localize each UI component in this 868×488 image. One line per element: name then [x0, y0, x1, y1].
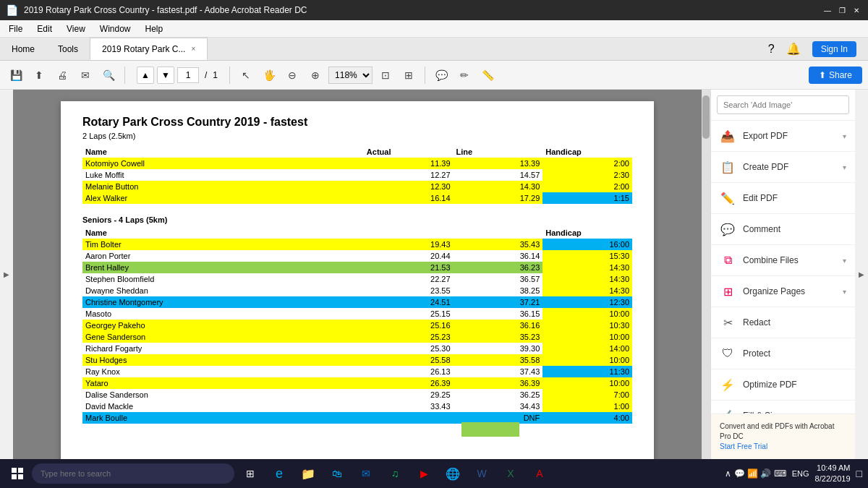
cell-handicap: 14:00 — [542, 343, 632, 354]
right-panel-export-pdf[interactable]: 📤 Export PDF ▾ — [711, 121, 855, 152]
right-panel-protect[interactable]: 🛡 Protect — [711, 338, 855, 369]
right-panel-optimize-pdf[interactable]: ⚡ Optimize PDF — [711, 369, 855, 401]
menu-file[interactable]: File — [6, 22, 25, 35]
right-panel-search — [711, 90, 855, 121]
cell-actual: 25.30 — [364, 343, 454, 354]
start-free-trial-link[interactable]: Start Free Trial — [720, 442, 767, 450]
taskbar-search-input[interactable] — [32, 463, 234, 484]
right-panel-combine-files[interactable]: ⧉ Combine Files ▾ — [711, 245, 855, 276]
task-view-button[interactable]: ⊞ — [237, 461, 263, 487]
cell-actual: 19.43 — [364, 239, 454, 250]
word-icon[interactable]: W — [469, 461, 495, 487]
add-image-search-input[interactable] — [717, 95, 849, 114]
acrobat-icon[interactable]: A — [527, 461, 553, 487]
taskbar-right: ∧ 💬 📶 🔊 ⌨ ENG 10:49 AM 8/22/2019 □ — [725, 463, 862, 485]
table-row: Aaron Porter 20.44 36.14 15:30 — [82, 250, 632, 262]
right-panel-comment[interactable]: 💬 Comment — [711, 214, 855, 245]
sign-in-button[interactable]: Sign In — [812, 41, 856, 57]
col-header-actual: Actual — [364, 146, 454, 158]
cell-name: Mark Boulle — [82, 412, 364, 424]
hand-tool-button[interactable]: 🖐 — [259, 65, 279, 85]
tab-tools[interactable]: Tools — [46, 38, 90, 60]
page-number-input[interactable] — [177, 67, 199, 83]
cell-name: Kotomiyo Cowell — [82, 158, 364, 169]
cell-actual: 29.25 — [364, 389, 454, 401]
cell-line: 35.43 — [454, 239, 543, 250]
menu-view[interactable]: View — [64, 22, 88, 35]
notification-area[interactable]: □ — [856, 468, 862, 479]
cell-actual: 25.23 — [364, 331, 454, 343]
measure-tool-button[interactable]: 📏 — [477, 65, 498, 85]
cursor-tool-button[interactable]: ↖ — [236, 65, 256, 85]
table-row: Luke Moffit 12.27 14.57 2:30 — [82, 169, 632, 181]
menu-edit[interactable]: Edit — [34, 22, 55, 35]
pdf-viewer[interactable]: Rotary Park Cross Country 2019 - fastest… — [13, 90, 702, 459]
cell-handicap: 16:00 — [542, 239, 632, 250]
share-button[interactable]: ⬆ Share — [809, 67, 862, 84]
zoom-out-button[interactable]: ⊖ — [282, 65, 302, 85]
cell-handicap: 7:00 — [542, 389, 632, 401]
zoom-select[interactable]: 118% 100% 75% 150% — [328, 67, 373, 84]
seniors-col-actual — [364, 227, 454, 239]
file-explorer-icon[interactable]: 📁 — [295, 461, 321, 487]
table-row: Melanie Button 12.30 14.30 2:00 — [82, 181, 632, 192]
minimize-button[interactable]: — — [822, 4, 833, 16]
menu-help[interactable]: Help — [142, 22, 166, 35]
cell-line: 36.25 — [454, 389, 543, 401]
edge-browser-icon[interactable]: e — [266, 461, 292, 487]
help-icon[interactable]: ? — [768, 43, 775, 56]
media-icon[interactable]: ▶ — [411, 461, 437, 487]
notification-icon[interactable]: 🔔 — [786, 42, 801, 56]
toolbar: 💾 ⬆ 🖨 ✉ 🔍 ▲ ▼ / 1 ↖ 🖐 ⊖ ⊕ 118% 100% 75% … — [0, 61, 868, 90]
chrome-icon[interactable]: 🌐 — [440, 461, 466, 487]
store-icon[interactable]: 🛍 — [324, 461, 350, 487]
right-panel-fill-sign[interactable]: ✍ Fill & Sign — [711, 401, 855, 414]
cell-actual: 22.27 — [364, 273, 454, 285]
cell-handicap: 14:30 — [542, 273, 632, 285]
tab-close-button[interactable]: × — [191, 45, 195, 53]
cell-name: Georgey Pakeho — [82, 320, 364, 331]
mail-icon[interactable]: ✉ — [353, 461, 379, 487]
draw-tool-button[interactable]: ✏ — [454, 65, 475, 85]
presentation-button[interactable]: ⊞ — [399, 65, 419, 85]
export-pdf-label: Export PDF — [743, 131, 835, 141]
save-button[interactable]: 💾 — [6, 65, 26, 85]
tab-home[interactable]: Home — [0, 38, 46, 60]
cell-line: 37.43 — [454, 366, 543, 377]
maximize-button[interactable]: ❐ — [836, 4, 848, 16]
tab-active-document[interactable]: 2019 Rotary Park C... × — [90, 38, 208, 60]
comment-tool-button[interactable]: 💬 — [431, 65, 451, 85]
scroll-track[interactable] — [702, 90, 710, 459]
search-button[interactable]: 🔍 — [98, 65, 119, 85]
cell-actual: 25.15 — [364, 308, 454, 320]
email-button[interactable]: ✉ — [75, 65, 95, 85]
redact-label: Redact — [743, 317, 846, 328]
cell-handicap: 2:00 — [542, 158, 632, 169]
music-icon[interactable]: ♫ — [382, 461, 408, 487]
scroll-thumb[interactable] — [702, 95, 710, 139]
excel-icon[interactable]: X — [498, 461, 524, 487]
menu-window[interactable]: Window — [97, 22, 134, 35]
upload-button[interactable]: ⬆ — [29, 65, 49, 85]
right-panel-edit-pdf[interactable]: ✏️ Edit PDF — [711, 183, 855, 214]
fit-page-button[interactable]: ⊡ — [375, 65, 396, 85]
combine-files-label: Combine Files — [743, 255, 835, 265]
cell-name: Richard Fogarty — [82, 343, 364, 354]
cell-line: 36.14 — [454, 250, 543, 262]
start-button[interactable] — [6, 462, 29, 485]
zoom-in-button[interactable]: ⊕ — [305, 65, 326, 85]
cell-line: 13.39 — [454, 158, 543, 169]
right-panel-redact[interactable]: ✂ Redact — [711, 307, 855, 338]
table-row: Georgey Pakeho 25.16 36.16 10:30 — [82, 320, 632, 331]
right-nav-panel[interactable]: ▶ — [855, 90, 868, 459]
right-panel-create-pdf[interactable]: 📋 Create PDF ▾ — [711, 152, 855, 183]
prev-page-button[interactable]: ▲ — [137, 67, 154, 84]
cell-name: Melanie Button — [82, 181, 364, 192]
next-page-button[interactable]: ▼ — [157, 67, 174, 84]
cell-name: Yataro — [82, 377, 364, 389]
left-nav-panel[interactable]: ▶ — [0, 90, 13, 459]
print-button[interactable]: 🖨 — [52, 65, 72, 85]
cell-actual — [364, 412, 454, 424]
close-button[interactable]: ✕ — [851, 4, 862, 16]
right-panel-organize-pages[interactable]: ⊞ Organize Pages ▾ — [711, 276, 855, 307]
